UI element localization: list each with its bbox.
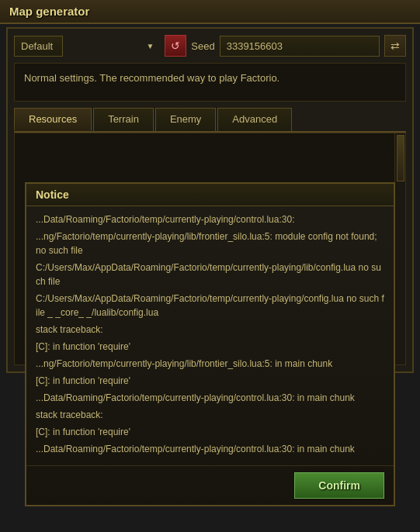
notice-line-9: stack traceback: <box>36 408 384 422</box>
notice-line-4: stack traceback: <box>36 323 384 337</box>
notice-line-6: ...ng/Factorio/temp/currently-playing/li… <box>36 357 384 371</box>
description-box: Normal settings. The recommended way to … <box>14 63 406 102</box>
notice-title-text: Notice <box>36 188 69 201</box>
notice-footer: Confirm <box>26 465 394 505</box>
tab-advanced[interactable]: Advanced <box>217 108 292 131</box>
confirm-button[interactable]: Confirm <box>294 472 384 499</box>
tab-terrain[interactable]: Terrain <box>93 108 154 131</box>
notice-line-11: ...Data/Roaming/Factorio/temp/currently-… <box>36 442 384 456</box>
notice-line-8: ...Data/Roaming/Factorio/temp/currently-… <box>36 391 384 405</box>
notice-line-10: [C]: in function 'require' <box>36 425 384 439</box>
notice-dialog: Notice ...Data/Roaming/Factorio/temp/cur… <box>25 182 395 506</box>
window-title: Map generator <box>9 5 89 18</box>
notice-line-0: ...Data/Roaming/Factorio/temp/currently-… <box>36 212 384 226</box>
notice-line-7: [C]: in function 'require' <box>36 374 384 388</box>
shuffle-icon: ⇄ <box>390 40 400 52</box>
notice-line-5: [C]: in function 'require' <box>36 340 384 354</box>
seed-input[interactable] <box>220 36 380 57</box>
tab-enemy[interactable]: Enemy <box>155 108 216 131</box>
notice-line-3: C:/Users/Max/AppData/Roaming/Factorio/te… <box>36 292 384 320</box>
title-bar: Map generator <box>0 0 420 24</box>
seed-label: Seed <box>191 40 214 52</box>
notice-line-1: ...ng/Factorio/temp/currently-playing/li… <box>36 230 384 257</box>
reset-button[interactable]: ↺ <box>165 35 186 57</box>
tabs-row: Resources Terrain Enemy Advanced <box>14 108 406 133</box>
notice-content: ...Data/Roaming/Factorio/temp/currently-… <box>26 206 394 465</box>
preset-select[interactable]: DefaultCustom <box>14 36 63 57</box>
notice-title-bar: Notice <box>26 184 394 206</box>
notice-line-2: C:/Users/Max/AppData/Roaming/Factorio/te… <box>36 261 384 288</box>
shuffle-button[interactable]: ⇄ <box>384 35 406 57</box>
tab-resources[interactable]: Resources <box>14 108 92 131</box>
reset-icon: ↺ <box>171 40 180 52</box>
description-text: Normal settings. The recommended way to … <box>24 72 279 84</box>
